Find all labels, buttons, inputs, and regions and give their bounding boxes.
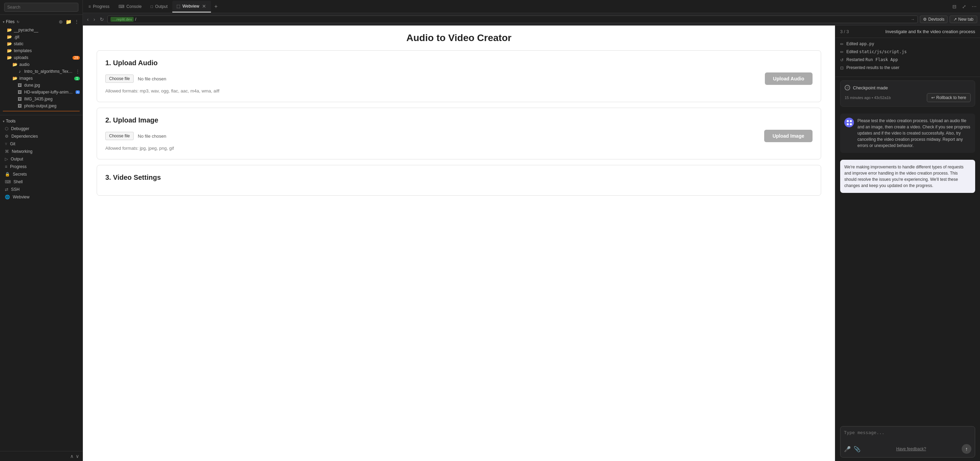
webview-content: Audio to Video Creator 1. Upload Audio C… [83,25,835,461]
rollback-button[interactable]: ↩ Rollback to here [927,93,970,102]
new-file-icon[interactable]: ⊕ [58,18,64,25]
tool-debugger[interactable]: ⬡ Debugger [0,125,83,133]
console-tab-icon: ⌨ [118,4,124,9]
tool-networking[interactable]: ⌘ Networking [0,148,83,155]
url-bar[interactable]: ....replit.dev / → [107,16,918,23]
more-icon[interactable]: ⋮ [73,18,80,25]
forward-button[interactable]: › [92,16,97,23]
tools-section-header[interactable]: ▾ Tools [0,117,83,125]
file-label: Intro_to_algorithms_Text.wav [24,69,73,74]
upload-audio-heading: 1. Upload Audio [105,59,813,67]
edit-icon: ✏ [840,42,843,47]
sidebar: ▾ Files ↻ ⊕ 📁 ⋮ 📂 __pycache__ 📂 .git 📂 s… [0,0,83,461]
file-item-photo-output[interactable]: 🖼 photo-output.jpeg [0,103,83,109]
choose-audio-file-button[interactable]: Choose file [105,74,134,83]
activity-item-present: ⊡ Presented results to the user [840,65,975,70]
file-item-static[interactable]: 📂 static [0,40,83,47]
file-item-templates[interactable]: 📂 templates [0,47,83,54]
add-tab-button[interactable]: + [212,2,220,11]
file-item-img3435[interactable]: 🖼 IMG_3435.jpeg [0,95,83,103]
right-panel: 3 / 3 Investigate and fix the video crea… [835,25,980,461]
tool-dependencies[interactable]: ⚙ Dependencies [0,133,83,140]
split-view-icon[interactable]: ⊟ [950,2,959,11]
file-item-git[interactable]: 📂 .git [0,33,83,40]
file-label: templates [14,48,32,53]
tool-label: Webview [13,195,29,200]
collapse-up-icon[interactable]: ∧ [70,453,73,459]
tab-progress[interactable]: ≡ Progress [84,1,114,13]
checkpoint-box: ↺ Checkpoint made 15 minutes ago • 43c52… [840,81,975,107]
choose-image-file-button[interactable]: Choose file [105,132,134,140]
more-icon[interactable]: ⋮ [76,69,80,74]
diff-badge: A [76,90,80,94]
collapse-down-icon[interactable]: ∨ [76,453,79,459]
sidebar-bottom: ∧ ∨ [0,451,83,461]
page-title: Audio to Video Creator [97,32,821,43]
refresh-button[interactable]: ↻ [99,16,105,23]
file-item-images[interactable]: 📂 images 1 [0,75,83,82]
activity-text: Restarted Run Flask App [846,57,898,62]
tab-webview[interactable]: ⬚ Webview ✕ [172,1,211,13]
search-input[interactable] [4,3,78,12]
activity-item-restart: ↺ Restarted Run Flask App [840,57,975,62]
file-item-intro-wav[interactable]: ♪ Intro_to_algorithms_Text.wav ⋮ [0,68,83,75]
file-item-audio[interactable]: 📂 audio [0,61,83,68]
devtools-button[interactable]: ⚙ Devtools [920,16,948,23]
tool-progress[interactable]: ≡ Progress [0,163,83,171]
tool-shell[interactable]: ⌨ Shell [0,178,83,185]
microphone-icon[interactable]: 🎤 [844,446,851,452]
new-folder-icon[interactable]: 📁 [65,18,72,25]
tab-output[interactable]: □ Output [146,1,172,13]
upload-image-button[interactable]: Upload Image [764,130,813,142]
new-tab-button[interactable]: ↗ New tab [950,16,977,23]
checkpoint-header: ↺ Checkpoint made [845,85,970,90]
file-item-dune[interactable]: 🖼 dune.jpg [0,82,83,89]
no-image-file-text: No file chosen [138,133,166,139]
upload-audio-section: 1. Upload Audio Choose file No file chos… [97,51,821,102]
devtools-label: Devtools [928,17,945,22]
address-bar: ‹ › ↻ ....replit.dev / → ⚙ Devtools ↗ Ne… [83,13,980,25]
files-section-header[interactable]: ▾ Files ↻ ⊕ 📁 ⋮ [0,17,83,27]
present-icon: ⊡ [840,66,843,70]
dot3 [847,123,849,125]
tool-output[interactable]: ▷ Output [0,155,83,163]
activity-list: ✏ Edited app.py ✏ Edited static/js/scrip… [835,38,980,77]
more-options-icon[interactable]: ⋯ [970,2,978,11]
chat-icons: 🎤 📎 [844,446,861,452]
tool-secrets[interactable]: 🔒 Secrets [0,171,83,178]
no-audio-file-text: No file chosen [138,76,166,81]
send-button[interactable]: ↑ [962,444,971,454]
tool-webview[interactable]: 🌐 Webview [0,193,83,201]
url-origin: ....replit.dev [110,17,134,22]
upload-image-section: 2. Upload Image Choose file No file chos… [97,108,821,159]
chat-input[interactable] [844,430,971,440]
center-panel: ≡ Progress ⌨ Console □ Output ⬚ Webview … [83,0,980,461]
rollback-label: Rollback to here [936,95,966,100]
tool-git[interactable]: ⑂ Git [0,140,83,148]
back-button[interactable]: ‹ [86,16,90,23]
git-icon: ⑂ [5,141,7,146]
upload-audio-button[interactable]: Upload Audio [765,73,813,85]
chat-input-footer: 🎤 📎 Have feedback? ↑ [844,444,971,454]
chat-input-area: 🎤 📎 Have feedback? ↑ [840,426,975,458]
chevron-down-icon: ▾ [3,20,5,24]
checkpoint-time: 15 minutes ago • 43c52a1b [845,95,891,100]
feedback-link[interactable]: Have feedback? [896,447,926,451]
file-label: dune.jpg [24,83,40,88]
webview-icon: 🌐 [5,195,10,200]
file-label: images [19,76,33,81]
tab-label: Webview [182,4,199,9]
content-split: Audio to Video Creator 1. Upload Audio C… [83,25,980,461]
tool-ssh[interactable]: ⇄ SSH [0,185,83,193]
file-item-hd-wallpaper[interactable]: 🖼 HD-wallpaper-luffy-anime-anime-luffy-l… [0,89,83,95]
file-item-pycache[interactable]: 📂 __pycache__ [0,27,83,33]
tab-close-icon[interactable]: ✕ [201,3,207,9]
tab-console[interactable]: ⌨ Console [114,1,146,13]
rollback-icon: ↩ [931,95,935,100]
attachment-icon[interactable]: 📎 [854,446,861,452]
file-label: photo-output.jpeg [24,103,56,108]
file-item-uploads[interactable]: 📂 uploads 29 [0,54,83,61]
folder-icon: 📂 [7,28,12,32]
expand-icon[interactable]: ⤢ [960,2,968,11]
image-file-icon: 🖼 [17,103,22,108]
